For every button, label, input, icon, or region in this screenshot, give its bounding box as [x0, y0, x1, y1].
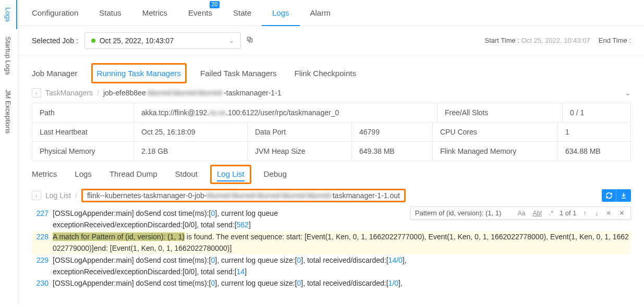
line-text: [OSSLogAppender:main] doSend cost time(m…: [53, 254, 631, 278]
logtab-thread-dump[interactable]: Thread Dump: [110, 167, 157, 181]
tab-events-label: Events: [188, 8, 212, 17]
search-prev-icon[interactable]: ↑: [581, 209, 588, 217]
managed-value: 634.88 MB: [558, 142, 626, 161]
side-tab-bar: Logs Startup Logs JM Exceptions: [0, 0, 19, 305]
search-result-count: 1 of 1: [560, 209, 577, 217]
slots-value: 0 / 1: [563, 103, 630, 122]
cores-value: 1: [558, 123, 626, 141]
tab-job-manager[interactable]: Job Manager: [32, 66, 78, 81]
start-time-label: Start Time :: [484, 36, 519, 44]
tab-failed-task-managers[interactable]: Failed Task Managers: [200, 66, 276, 81]
side-tab-startup-logs[interactable]: Startup Logs: [0, 29, 16, 82]
logtab-logs[interactable]: Logs: [75, 167, 92, 181]
start-time-value: Oct 25, 2022, 10:43:07: [521, 36, 590, 44]
selected-job-row: Selected Job : Oct 25, 2022, 10:43:07 ⌄ …: [19, 26, 644, 55]
dataport-value: 46799: [352, 123, 433, 141]
heartbeat-value: Oct 25, 16:18:09: [134, 123, 248, 141]
path-label: Path: [32, 103, 134, 122]
manager-tabs: Job Manager Running Task Managers Failed…: [32, 66, 631, 81]
logtab-debug[interactable]: Debug: [264, 167, 287, 181]
logtab-metrics[interactable]: Metrics: [32, 167, 57, 181]
physmem-label: Physical Memory: [32, 142, 134, 161]
tab-metrics[interactable]: Metrics: [132, 0, 178, 26]
back-icon[interactable]: ‹: [32, 88, 41, 97]
log-view-tabs: Metrics Logs Thread Dump Stdout Log List…: [32, 167, 631, 181]
physmem-value: 2.18 GB: [134, 142, 248, 161]
heap-value: 649.38 MB: [352, 142, 433, 161]
taskmanager-breadcrumb: ‹ TaskManagers / job-efe8b8ee-blurred-bl…: [32, 88, 631, 97]
search-regex-icon[interactable]: .*: [548, 210, 554, 217]
search-input[interactable]: [415, 209, 512, 217]
tab-events[interactable]: Events 20: [178, 0, 223, 26]
heartbeat-label: Last Heartbeat: [32, 123, 134, 141]
log-line: 228A match for Pattern of (id, version):…: [32, 231, 631, 254]
tab-configuration[interactable]: Configuration: [21, 0, 89, 26]
managed-label: Flink Managed Memory: [433, 142, 558, 161]
slots-label: Free/All Slots: [438, 103, 563, 122]
log-file-breadcrumb: ‹ Log List / flink--kubernetes-taskmanag…: [32, 189, 631, 202]
log-file-name: flink--kubernetes-taskmanager-0-job-blur…: [81, 189, 406, 202]
events-badge: 20: [210, 1, 220, 8]
side-tab-jm-exceptions[interactable]: JM Exceptions: [0, 82, 16, 141]
breadcrumb-loglist[interactable]: Log List: [45, 191, 71, 200]
taskmanager-info-table: Path akka.tcp://flink@192.xx.xx.100:6122…: [32, 103, 631, 161]
log-line: 229[OSSLogAppender:main] doSend cost tim…: [32, 254, 631, 278]
log-line: 230[OSSLogAppender:main] doSend cost tim…: [32, 277, 631, 289]
selected-job-label: Selected Job :: [32, 36, 78, 45]
tab-state[interactable]: State: [223, 0, 262, 26]
job-status-dot: [91, 39, 95, 43]
job-selector[interactable]: Oct 25, 2022, 10:43:07 ⌄: [84, 32, 241, 49]
search-word-icon[interactable]: Abl: [532, 210, 543, 217]
download-button[interactable]: [616, 189, 631, 202]
refresh-button[interactable]: [602, 189, 616, 202]
breadcrumb-separator: /: [75, 191, 77, 200]
job-selector-value: Oct 25, 2022, 10:43:07: [100, 36, 174, 45]
side-tab-logs[interactable]: Logs: [0, 0, 17, 29]
line-number: 228: [32, 231, 53, 254]
end-time-label: End Time :: [599, 36, 631, 44]
dataport-label: Data Port: [248, 123, 352, 141]
line-text: [OSSLogAppender:main] doSend cost time(m…: [53, 277, 631, 289]
log-search-bar: Aa Abl .* 1 of 1 ↑ ↓ ≡ ✕: [410, 206, 631, 219]
tab-status[interactable]: Status: [89, 0, 132, 26]
chevron-down-icon: ⌄: [229, 37, 234, 44]
line-number: 227: [32, 208, 53, 231]
expand-chevron-icon[interactable]: ⌄: [625, 89, 631, 97]
line-number: 230: [32, 277, 53, 289]
line-text: A match for Pattern of (id, version): (1…: [53, 231, 631, 254]
breadcrumb-separator: /: [97, 89, 99, 97]
log-lines-container: 227[OSSLogAppender:main] doSend cost tim…: [32, 208, 631, 289]
line-number: 229: [32, 254, 53, 278]
logtab-stdout[interactable]: Stdout: [175, 167, 198, 181]
copy-icon[interactable]: [246, 36, 253, 45]
path-value: akka.tcp://flink@192.xx.xx.100:6122/user…: [134, 103, 438, 122]
tab-alarm[interactable]: Alarm: [300, 0, 341, 26]
log-content-area: Aa Abl .* 1 of 1 ↑ ↓ ≡ ✕ 227[OSSLogAppen…: [32, 208, 631, 289]
search-case-icon[interactable]: Aa: [517, 210, 527, 217]
tab-flink-checkpoints[interactable]: Flink Checkpoints: [295, 66, 356, 81]
breadcrumb-taskmanagers[interactable]: TaskManagers: [45, 89, 93, 97]
heap-label: JVM Heap Size: [248, 142, 352, 161]
top-tab-bar: Configuration Status Metrics Events 20 S…: [19, 0, 644, 26]
tab-running-task-managers[interactable]: Running Task Managers: [97, 66, 181, 81]
search-next-icon[interactable]: ↓: [593, 209, 600, 217]
breadcrumb-current: job-efe8b8ee-blurred-blurred-blurred--ta…: [103, 89, 282, 97]
cores-label: CPU Cores: [433, 123, 558, 141]
search-close-icon[interactable]: ✕: [617, 209, 626, 217]
tab-logs[interactable]: Logs: [262, 0, 300, 26]
log-back-icon[interactable]: ‹: [32, 191, 41, 200]
logtab-log-list[interactable]: Log List: [217, 167, 245, 181]
search-menu-icon[interactable]: ≡: [605, 209, 612, 217]
